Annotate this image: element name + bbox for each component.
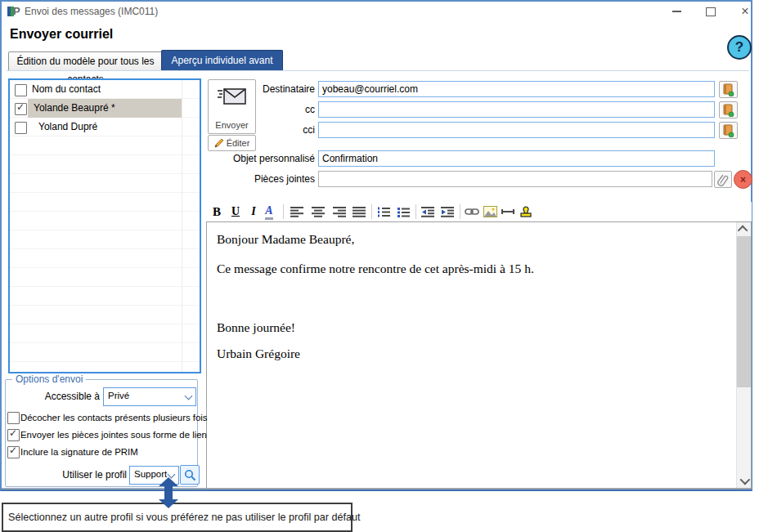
- maximize-icon: [706, 7, 716, 16]
- clear-attachments-button[interactable]: ×: [734, 170, 752, 189]
- chevron-down-icon: [740, 475, 751, 485]
- message-scrollbar[interactable]: [736, 222, 751, 488]
- outdent-icon: [421, 207, 434, 217]
- help-button[interactable]: ?: [727, 35, 752, 60]
- subject-label: Objet personnalisé: [222, 153, 315, 164]
- message-paragraph: Bonjour Madame Beaupré,: [217, 232, 354, 247]
- attachments-label: Pièces jointes: [222, 173, 315, 185]
- close-button[interactable]: ×: [730, 2, 759, 21]
- format-toolbar: B U I A: [206, 202, 752, 221]
- screen: P Envoi des messages (IMC011) × Envoyer …: [0, 0, 759, 532]
- justify-icon: [353, 207, 366, 217]
- attachments-as-link-label[interactable]: Envoyer les pièces jointes sous forme de…: [20, 430, 207, 440]
- profile-search-button[interactable]: [180, 465, 200, 485]
- font-color-button[interactable]: A: [260, 203, 278, 221]
- maximize-button[interactable]: [695, 2, 726, 21]
- accessible-value: Privé: [108, 391, 129, 400]
- insert-image-button[interactable]: [481, 203, 499, 221]
- attachments-input[interactable]: [318, 171, 712, 187]
- message-body[interactable]: Bonjour Madame Beaupré, Ce message confi…: [206, 221, 752, 489]
- tab-divider: [7, 70, 749, 71]
- scrollbar-thumb[interactable]: [737, 236, 751, 387]
- align-left-button[interactable]: [288, 203, 306, 221]
- addressbook-cc-button[interactable]: [719, 101, 738, 118]
- image-icon: [483, 206, 497, 217]
- contact-list[interactable]: Nom du contact ✓ Yolande Beaupré * Yolan…: [8, 78, 201, 373]
- attachments-as-link-checkbox[interactable]: ✓: [7, 429, 20, 441]
- attach-file-button[interactable]: [714, 171, 732, 188]
- stamp-button[interactable]: [517, 203, 535, 221]
- uncheck-duplicates-label[interactable]: Décocher les contacts présents plusieurs…: [20, 413, 208, 422]
- select-all-checkbox[interactable]: [15, 84, 27, 96]
- edit-button-label: Éditer: [227, 138, 250, 148]
- to-label: Destinataire: [231, 83, 315, 95]
- to-input[interactable]: [318, 81, 715, 97]
- accessible-label: Accessible à: [16, 391, 100, 402]
- align-right-icon: [333, 207, 346, 217]
- link-icon: [465, 207, 479, 217]
- delete-x-icon: ×: [740, 174, 746, 186]
- minimize-icon: [672, 11, 681, 12]
- stamp-icon: [519, 206, 532, 218]
- cc-input[interactable]: [318, 101, 715, 118]
- horizontal-rule-icon: [501, 208, 514, 215]
- tab-edition-modele[interactable]: Édition du modèle pour tous les contacts: [8, 51, 163, 70]
- font-color-icon: A: [265, 204, 272, 220]
- contact-name[interactable]: Yolande Beaupré *: [34, 102, 115, 114]
- annotation-text: Sélectionnez un autre profil si vous pré…: [3, 512, 361, 523]
- accessible-dropdown[interactable]: Privé: [103, 387, 196, 406]
- align-center-button[interactable]: [309, 203, 327, 221]
- justify-button[interactable]: [350, 203, 368, 221]
- indent-icon: [441, 207, 454, 217]
- addressbook-icon: [722, 83, 734, 96]
- chevron-down-icon: [185, 392, 193, 400]
- titlebar: P Envoi des messages (IMC011) ×: [2, 2, 751, 21]
- toolbar-separator: [415, 204, 416, 219]
- align-center-icon: [312, 207, 325, 217]
- addressbook-icon: [722, 104, 734, 117]
- contact-name[interactable]: Yoland Dupré: [38, 121, 97, 132]
- bcc-input[interactable]: [318, 122, 715, 138]
- scroll-down-button[interactable]: [737, 474, 751, 488]
- addressbook-to-button[interactable]: [719, 81, 738, 98]
- insert-link-button[interactable]: [463, 203, 481, 221]
- scroll-up-button[interactable]: [737, 222, 751, 236]
- underline-button[interactable]: U: [227, 203, 245, 221]
- chevron-up-icon: [738, 226, 748, 236]
- bullet-list-button[interactable]: [394, 203, 412, 221]
- cc-label: cc: [231, 104, 315, 115]
- message-paragraph: Ce message confirme notre rencontre de c…: [217, 262, 534, 276]
- align-right-button[interactable]: [330, 203, 348, 221]
- tab-apercu-individuel[interactable]: Aperçu individuel avant envoi: [161, 50, 283, 71]
- window-title: Envoi des messages (IMC011): [25, 6, 158, 17]
- uncheck-duplicates-checkbox[interactable]: [7, 412, 20, 424]
- numbered-list-button[interactable]: [375, 203, 393, 221]
- toolbar-separator: [371, 204, 372, 219]
- bold-icon: B: [213, 205, 221, 219]
- annotation-arrow: [158, 477, 179, 508]
- subject-input[interactable]: [318, 150, 715, 167]
- list-column-divider: [182, 80, 182, 372]
- minimize-button[interactable]: [661, 2, 692, 21]
- numbered-list-icon: [377, 207, 390, 217]
- italic-icon: I: [251, 205, 255, 218]
- close-icon: ×: [741, 5, 748, 18]
- message-paragraph: Bonne journée!: [217, 320, 295, 335]
- contact-checkbox-unchecked[interactable]: [15, 122, 27, 134]
- message-paragraph: Urbain Grégoire: [217, 346, 300, 361]
- indent-button[interactable]: [438, 203, 456, 221]
- bcc-label: cci: [231, 124, 315, 136]
- include-signature-checkbox[interactable]: ✓: [7, 446, 20, 458]
- contact-checkbox-checked[interactable]: ✓: [15, 103, 27, 115]
- paperclip-icon: [716, 173, 730, 186]
- include-signature-label[interactable]: Inclure la signature de PRIM: [20, 447, 138, 457]
- contact-list-header[interactable]: Nom du contact: [32, 83, 101, 95]
- outdent-button[interactable]: [419, 203, 437, 221]
- underline-icon: U: [231, 205, 240, 218]
- toolbar-separator: [283, 204, 284, 219]
- edit-button[interactable]: Éditer: [208, 135, 256, 151]
- toolbar-separator: [460, 204, 460, 219]
- horizontal-rule-button[interactable]: [499, 203, 517, 221]
- addressbook-bcc-button[interactable]: [719, 122, 738, 139]
- bold-button[interactable]: B: [208, 203, 226, 221]
